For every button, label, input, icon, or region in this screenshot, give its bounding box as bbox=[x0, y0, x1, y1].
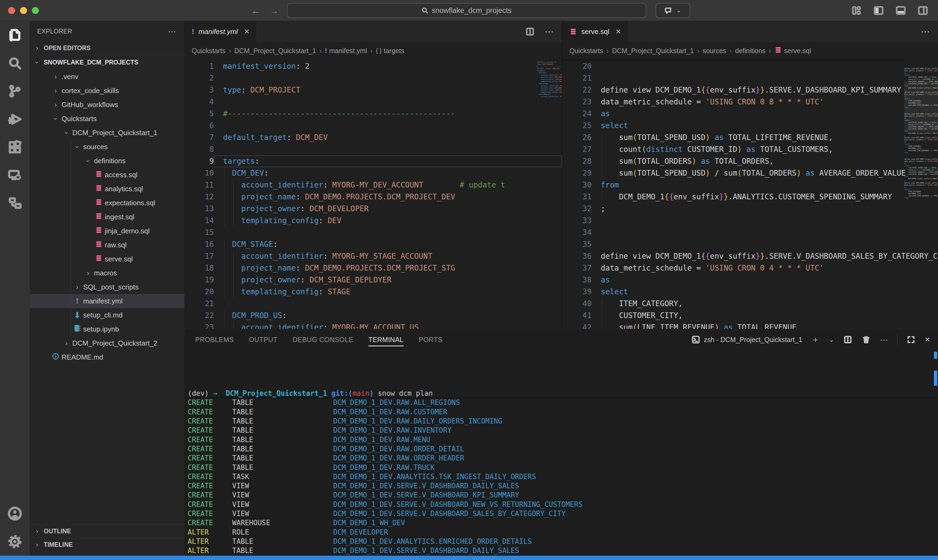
tree-item-raw-sql[interactable]: raw.sql bbox=[30, 238, 184, 252]
close-icon[interactable]: ✕ bbox=[244, 28, 250, 36]
terminal-plan-row: CREATETABLEDCM_DEMO_1_DEV.RAW.DAILY_ORDE… bbox=[188, 417, 938, 426]
open-editors-section[interactable]: › OPEN EDITORS bbox=[30, 42, 184, 55]
tree-item-quickstarts[interactable]: ›Quickstarts bbox=[30, 112, 184, 126]
tree-item-definitions[interactable]: ›definitions bbox=[30, 154, 184, 168]
copilot-chat-button[interactable]: ⌄ bbox=[656, 3, 690, 18]
tab-serve-sql[interactable]: serve.sql ✕ bbox=[562, 21, 629, 42]
toggle-panel-icon[interactable] bbox=[895, 5, 906, 16]
code-editor-serve[interactable]: define view DCM_DEMO_1{{env_suffix}}.SER… bbox=[562, 59, 938, 329]
command-center-search[interactable]: snowflake_dcm_projects bbox=[287, 3, 646, 18]
panel-tab-output[interactable]: OUTPUT bbox=[249, 329, 278, 350]
tree-item-cortex-code-skills[interactable]: ›cortex_code_skills bbox=[30, 84, 184, 98]
tree-item-setup-cli-md[interactable]: ⬇setup_cli.md bbox=[30, 308, 184, 322]
run-debug-icon[interactable] bbox=[0, 105, 30, 133]
split-editor-icon[interactable] bbox=[525, 27, 535, 37]
editor-more-actions-icon[interactable]: ⋯ bbox=[921, 26, 930, 37]
status-bar bbox=[0, 556, 938, 560]
line-number: 39 bbox=[562, 286, 592, 298]
panel-tab-terminal[interactable]: TERMINAL bbox=[368, 329, 403, 350]
tree-item-sources[interactable]: ›sources bbox=[30, 140, 184, 154]
indent-guide bbox=[224, 310, 224, 322]
tree-item-expectations-sql[interactable]: expectations.sql bbox=[30, 196, 184, 210]
code-line: 26 sum(TOTAL_SPEND_USD) as TOTAL_LIFETIM… bbox=[562, 132, 938, 143]
line-number: 2 bbox=[185, 72, 214, 84]
tree-item-sql-post-scripts[interactable]: ›SQL_post_scripts bbox=[30, 280, 184, 294]
timeline-section[interactable]: › TIMELINE bbox=[30, 538, 184, 551]
tree-item-dcm-project-quickstart-2[interactable]: ›DCM_Project_Quickstart_2 bbox=[30, 336, 184, 350]
breadcrumb-item[interactable]: DCM_Project_Quickstart_1 bbox=[612, 47, 694, 55]
tree-item-manifest-yml[interactable]: !manifest.yml bbox=[30, 294, 184, 308]
toggle-primary-sidebar-icon[interactable] bbox=[873, 5, 884, 16]
kill-terminal-trash-icon[interactable] bbox=[862, 335, 871, 344]
close-icon[interactable]: ✕ bbox=[616, 28, 621, 36]
editor-more-actions-icon[interactable]: ⋯ bbox=[545, 26, 554, 37]
panel-tab-debug-console[interactable]: DEBUG CONSOLE bbox=[293, 329, 353, 350]
terminal-scrollbar-mark[interactable] bbox=[934, 371, 937, 386]
breadcrumb-item[interactable]: Quickstarts bbox=[569, 47, 603, 55]
tree-item-ingest-sql[interactable]: ingest.sql bbox=[30, 210, 184, 224]
tree-item-readme-md[interactable]: README.md bbox=[30, 350, 184, 364]
breadcrumb-item[interactable]: DCM_Project_Quickstart_1 bbox=[234, 47, 316, 55]
breadcrumb-label: Quickstarts bbox=[192, 47, 225, 55]
terminal-output[interactable]: (dev) → DCM_Project_Quickstart_1 git:(ma… bbox=[184, 350, 938, 556]
code-editor-manifest[interactable]: manifest_version: 2type: DCM_PROJECT#---… bbox=[185, 59, 562, 329]
code-line: 31 DCM_DEMO_1{{env_suffix}}.ANALYTICS.CU… bbox=[562, 191, 938, 203]
terminal-scrollbar-mark[interactable] bbox=[934, 352, 937, 359]
maximize-panel-icon[interactable] bbox=[907, 335, 915, 344]
panel-tab-ports[interactable]: PORTS bbox=[419, 329, 443, 350]
tree-item--venv[interactable]: ›.venv bbox=[30, 69, 184, 84]
close-panel-icon[interactable]: ✕ bbox=[924, 335, 930, 344]
indent-guide bbox=[71, 140, 71, 336]
activity-bar bbox=[0, 21, 30, 556]
minimize-window-button[interactable] bbox=[20, 7, 27, 14]
breadcrumb-item[interactable]: Quickstarts bbox=[192, 47, 225, 55]
back-icon[interactable]: ← bbox=[251, 5, 260, 16]
breadcrumb-item[interactable]: !manifest.yml bbox=[325, 47, 367, 55]
terminal-plan-row: CREATEVIEWDCM_DEMO_1_DEV.SERVE.V_DASHBOA… bbox=[188, 500, 938, 509]
tree-item-jinja-demo-sql[interactable]: jinja_demo.sql bbox=[30, 224, 184, 238]
source-control-icon[interactable] bbox=[0, 77, 30, 105]
new-terminal-icon[interactable]: ＋ bbox=[811, 334, 819, 345]
database-icon bbox=[95, 240, 103, 250]
terminal-plan-row: CREATEVIEWDCM_DEMO_1_DEV.SERVE.V_DASHBOA… bbox=[188, 509, 938, 518]
tree-item-dcm-project-quickstart-1[interactable]: ›DCM_Project_Quickstart_1 bbox=[30, 126, 184, 140]
breadcrumb-item[interactable]: definitions bbox=[735, 47, 765, 55]
remote-explorer-icon[interactable] bbox=[0, 161, 30, 189]
outline-section[interactable]: › OUTLINE bbox=[30, 525, 184, 538]
close-window-button[interactable] bbox=[8, 7, 15, 14]
launch-profile-chevron-icon[interactable]: ⌄ bbox=[828, 336, 834, 343]
tree-item-serve-sql[interactable]: serve.sql bbox=[30, 252, 184, 266]
customize-layout-icon[interactable] bbox=[851, 5, 862, 16]
breadcrumb-separator-icon: › bbox=[696, 47, 700, 55]
breadcrumb-item[interactable]: { }targets bbox=[376, 47, 404, 55]
toggle-secondary-sidebar-icon[interactable] bbox=[918, 5, 928, 16]
tree-item-analytics-sql[interactable]: analytics.sql bbox=[30, 182, 184, 196]
panel-tab-problems[interactable]: PROBLEMS bbox=[195, 329, 234, 350]
breadcrumb-item[interactable]: serve.sql bbox=[774, 46, 811, 55]
breadcrumb-item[interactable]: sources bbox=[702, 47, 726, 55]
split-terminal-icon[interactable] bbox=[843, 335, 852, 344]
code-line: 2 bbox=[185, 72, 562, 84]
tree-item-access-sql[interactable]: access.sql bbox=[30, 168, 184, 182]
account-icon[interactable] bbox=[0, 500, 30, 528]
notebook-icon bbox=[74, 324, 81, 334]
tree-item-label: expectations.sql bbox=[105, 199, 155, 207]
forward-icon[interactable]: → bbox=[270, 5, 279, 16]
terminal-session-label[interactable]: zsh - DCM_Project_Quickstart_1 bbox=[691, 335, 802, 344]
terminal-plan-row: CREATETABLEDCM_DEMO_1_DEV.RAW.ORDER_HEAD… bbox=[188, 454, 938, 463]
tree-item-github-workflows[interactable]: ›GitHub_workflows bbox=[30, 98, 184, 112]
workspace-root-row[interactable]: › SNOWFLAKE_DCM_PROJECTS bbox=[30, 55, 184, 69]
extensions-icon[interactable] bbox=[0, 133, 30, 161]
settings-gear-icon[interactable] bbox=[0, 528, 30, 556]
explorer-more-actions-icon[interactable]: ⋯ bbox=[168, 27, 177, 36]
snowflake-projects-icon[interactable] bbox=[0, 189, 30, 217]
tree-item-setup-ipynb[interactable]: setup.ipynb bbox=[30, 322, 184, 336]
line-number: 6 bbox=[185, 120, 214, 132]
explorer-icon[interactable] bbox=[0, 21, 30, 49]
maximize-window-button[interactable] bbox=[32, 7, 39, 14]
tab-manifest-yml[interactable]: ! manifest.yml ✕ bbox=[185, 21, 257, 42]
panel-more-actions-icon[interactable]: ⋯ bbox=[880, 335, 888, 345]
breadcrumb-separator-icon: › bbox=[318, 47, 323, 55]
search-view-icon[interactable] bbox=[0, 49, 30, 77]
tree-item-macros[interactable]: ›macros bbox=[30, 266, 184, 280]
